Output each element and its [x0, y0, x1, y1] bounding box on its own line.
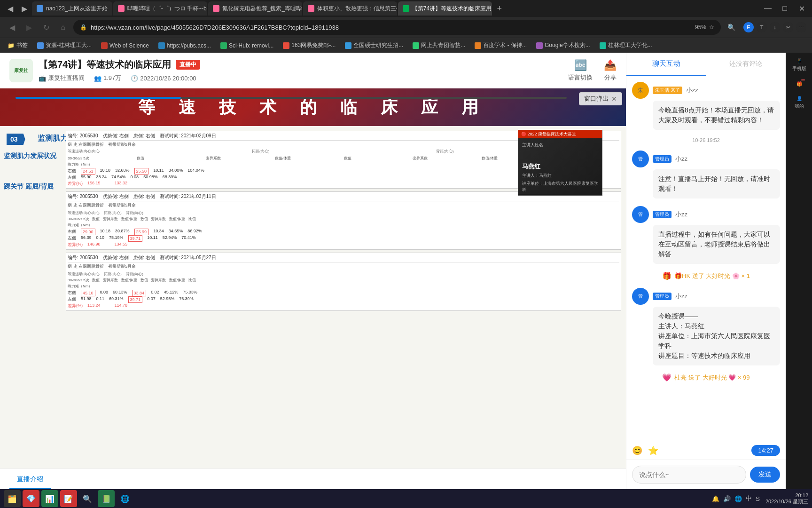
gift-icon-2: 💗 [662, 373, 671, 382]
bookmark-6[interactable]: 全国硕士研究生招... [341, 40, 407, 50]
maximize-btn[interactable]: □ [778, 2, 791, 15]
chat-input[interactable] [632, 466, 746, 484]
bookmark-web-of-science[interactable]: Web of Science [97, 41, 153, 50]
bookmark-4[interactable]: Sci-Hub: removi... [217, 41, 277, 50]
video-title-area: 【第74讲】等速技术的临床应用 直播中 📺 康复社直播间 👥 1.97万 [39, 58, 200, 82]
tab-2[interactable]: 哔哩哔哩（゜-゜）つロ 千杯~-bilibili [113, 1, 207, 16]
bookmark-8[interactable]: 百度学术 - 保持... [471, 40, 531, 50]
forward-btn[interactable]: ▶ [18, 2, 31, 15]
popup-close-icon[interactable]: ✕ [611, 95, 617, 103]
back-button[interactable]: ◀ [6, 21, 19, 34]
chat-icons-row: 😊 ⭐ 14:27 [626, 445, 786, 460]
taskbar-app-word[interactable]: 📝 [60, 490, 77, 507]
extension-icon-2[interactable]: T [757, 22, 767, 32]
msg-2-header: 管 管理员 小zz [632, 151, 780, 167]
bookmark-5-icon [283, 42, 289, 49]
tab-2-label: 哔哩哔哩（゜-゜）つロ 千杯~-bilibili [127, 5, 207, 13]
station-text: 康复社直播间 [48, 74, 85, 82]
bookmark-3[interactable]: https://pubs.acs... [155, 41, 215, 50]
bookmark-1[interactable]: 资源-桂林理工大... [33, 40, 95, 50]
close-btn[interactable]: ✕ [795, 2, 808, 15]
msg-1-badge: 朱玉洁 来了 [653, 87, 682, 94]
bookmark-10[interactable]: 桂林理工大学化... [596, 40, 656, 50]
bookmark-label-7: 网上共青团智慧... [421, 41, 465, 49]
taskbar-app-ruby[interactable]: 💎 [23, 490, 39, 507]
datetime-item: 🕐 2022/10/26 20:00:00 [131, 75, 196, 82]
slide-number: 03 [7, 134, 25, 145]
video-title-row: 【第74讲】等速技术的临床应用 直播中 [39, 58, 200, 71]
bookmark-6-icon [345, 42, 351, 49]
video-main-title: 等 速 技 术 的 临 床 应 用 [138, 96, 488, 119]
refresh-button[interactable]: ↻ [39, 21, 53, 34]
bookmark-9[interactable]: Google学术搜索... [532, 40, 594, 50]
bookmark-3-icon [158, 42, 165, 49]
extension-icon-4[interactable]: ✂ [783, 22, 793, 32]
extension-icon-3[interactable]: ↓ [770, 22, 780, 32]
bookmark-folder[interactable]: 📁 书签 [4, 40, 31, 50]
msg-1-avatar: 朱 [632, 82, 649, 99]
chat-tab-interact[interactable]: 聊天互动 [626, 53, 706, 76]
popup-button[interactable]: 窗口弹出 ✕ [579, 92, 622, 105]
tab-3[interactable]: 氮化镓充电器推荐_搜索_哔哩哔哩-bi... [208, 1, 302, 16]
bookmark-7[interactable]: 网上共青团智慧... [409, 40, 469, 50]
zoom-level: 95% [695, 24, 706, 31]
chat-message-4: 管 管理员 小zz 今晚授课—— 主讲人：马燕红 讲座单位：上海市第六人民医院康… [632, 288, 780, 365]
gift-text-1: 🎁HK 送了 大好时光 🌸 × 1 [674, 272, 750, 280]
gift-icon-1: 🎁 [662, 271, 671, 280]
bookmark-9-icon [536, 42, 543, 49]
bookmark-1-icon [37, 42, 44, 49]
emoji-button[interactable]: 😊 [632, 445, 642, 456]
tab-3-label: 氮化镓充电器推荐_搜索_哔哩哔哩-bi... [222, 5, 302, 13]
msg-1-header: 朱 朱玉洁 来了 小zz [632, 82, 780, 99]
taskbar-app-search[interactable]: 🔍 [79, 490, 96, 507]
msg-2-avatar: 管 [632, 151, 649, 167]
network-icon[interactable]: 🌐 [734, 495, 742, 502]
sidebar-gift-icon[interactable]: 🎁 [796, 81, 802, 87]
more-button[interactable]: ⋯ [796, 22, 806, 32]
star-button[interactable]: ⭐ [648, 445, 658, 456]
msg-4-avatar: 管 [632, 288, 649, 305]
taskbar-app-browser[interactable]: 🌐 [117, 490, 133, 507]
tab-intro[interactable]: 直播介绍 [9, 470, 51, 489]
tab-bar: ◀ ▶ nao123_上网从这里开始 哔哩哔哩（゜-゜）つロ 千杯~-bilib… [0, 0, 812, 17]
lang-icon[interactable]: 中 [746, 494, 752, 503]
viewers-item: 👥 1.97万 [94, 74, 121, 82]
forward-button[interactable]: ▶ [23, 21, 36, 34]
send-button[interactable]: 发送 [750, 467, 780, 483]
muscle-monitor-label: 监测肌力发展状况 [4, 152, 56, 160]
bookmark-label-10: 桂林理工大学化... [608, 41, 652, 49]
video-tabs: 直播介绍 [0, 468, 626, 489]
ime-icon[interactable]: S [756, 495, 760, 502]
taskbar-app-excel[interactable]: 📊 [41, 490, 58, 507]
tab-1[interactable]: nao123_上网从这里开始 [32, 1, 112, 16]
home-button[interactable]: ⌂ [56, 21, 70, 34]
taskbar-app-files[interactable]: 🗂️ [4, 490, 21, 507]
volume-icon[interactable]: 🔊 [723, 495, 731, 502]
chat-panel: 聊天互动 还没有评论 朱 朱玉洁 来了 小zz 今晚直播8点开始！本场直播无回放… [626, 53, 786, 489]
back-btn[interactable]: ◀ [4, 2, 17, 15]
user-icon: 👤 [796, 96, 802, 101]
tab-5-active[interactable]: 【第74讲】等速技术的临床应用 ✕ [398, 1, 492, 16]
new-tab-button[interactable]: + [493, 2, 506, 15]
notification-icon[interactable]: 🔔 [712, 495, 719, 502]
bookmark-label-1: 资源-桂林理工大... [46, 41, 92, 49]
share-action[interactable]: 📤 分享 [604, 59, 617, 82]
address-bar[interactable]: 🔒 https://wx.vzan.com/live/page/45055626… [73, 20, 721, 35]
minimize-btn[interactable]: — [761, 2, 774, 15]
progress-fill [16, 97, 181, 99]
bookmark-5[interactable]: 163网易免费邮-... [279, 40, 339, 50]
extension-icon-1[interactable]: E [743, 22, 754, 32]
taskbar-right: 🔔 🔊 🌐 中 S 20:12 2022/10/26 星期三 [712, 492, 808, 505]
tab-5-label: 【第74讲】等速技术的临床应用 [412, 5, 492, 13]
progress-bar[interactable] [16, 97, 567, 99]
taskbar-app-green[interactable]: 📗 [98, 490, 115, 507]
tab-4[interactable]: 体积更小、散热更强：信思第三代65W... [303, 1, 397, 16]
language-switch-action[interactable]: 🔤 语言切换 [568, 59, 593, 82]
msg-2-sender: 小zz [675, 155, 687, 163]
sidebar-phone-icon[interactable]: 📱 手机版 [792, 58, 806, 72]
search-button[interactable]: 🔍 [725, 21, 738, 34]
tab-3-favicon [213, 5, 219, 12]
taskbar: 🗂️ 💎 📊 📝 🔍 📗 🌐 🔔 🔊 🌐 中 S 20:12 2022/10/2… [0, 489, 812, 508]
word-icon: 📝 [64, 494, 73, 503]
sidebar-user-icon[interactable]: 👤 我的 [795, 96, 804, 110]
